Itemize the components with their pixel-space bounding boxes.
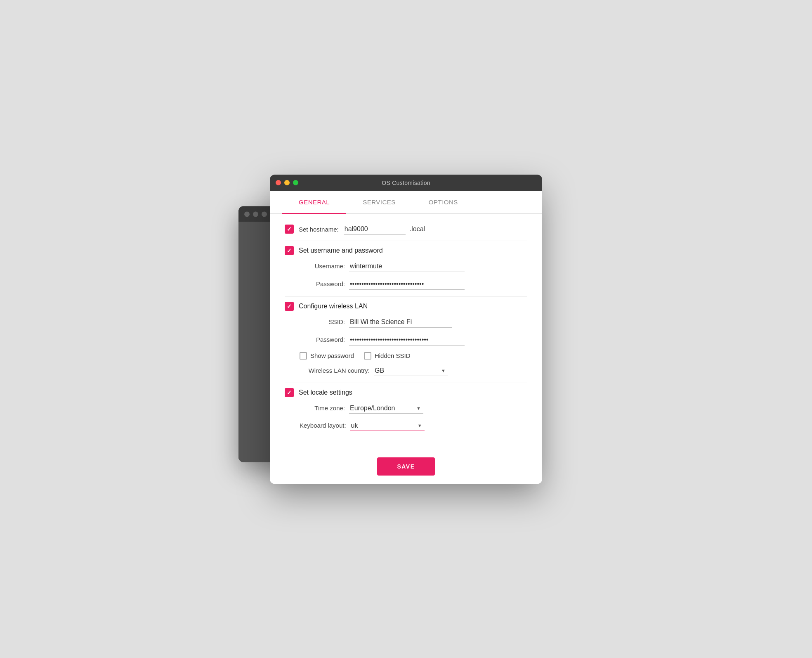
show-password-hidden-ssid-row: Show password Hidden SSID	[300, 352, 527, 360]
country-select-wrapper: GB US	[374, 365, 448, 376]
wireless-lan-checkbox-row: ✓ Configure wireless LAN	[285, 302, 527, 311]
hostname-checkbox[interactable]: ✓	[285, 225, 294, 234]
wireless-lan-fields: SSID: Password: Show password	[285, 317, 527, 376]
general-tab-content: ✓ Set hostname: .local ✓	[270, 214, 542, 450]
minimize-button[interactable]	[284, 180, 290, 185]
tabs-bar: GENERAL SERVICES OPTIONS	[270, 191, 542, 214]
username-label: Username:	[300, 263, 345, 270]
show-password-checkbox[interactable]	[300, 352, 307, 360]
keyboard-field-row: Keyboard layout: uk us	[300, 420, 527, 431]
hostname-input[interactable]	[344, 224, 406, 235]
locale-checkmark: ✓	[287, 390, 292, 395]
country-label: Wireless LAN country:	[300, 367, 370, 374]
wireless-lan-checkmark: ✓	[287, 303, 292, 309]
maximize-button[interactable]	[293, 180, 298, 185]
country-field-row: Wireless LAN country: GB US	[300, 365, 527, 376]
username-password-checkbox-row: ✓ Set username and password	[285, 246, 527, 255]
wireless-lan-section: ✓ Configure wireless LAN SSID: Password:	[285, 302, 527, 376]
user-password-field-row: Password:	[300, 279, 527, 290]
hostname-label: Set hostname:	[299, 226, 339, 233]
wireless-lan-label: Configure wireless LAN	[299, 303, 368, 310]
hostname-checkmark: ✓	[287, 226, 292, 232]
wifi-password-label: Password:	[300, 336, 345, 343]
user-password-input[interactable]	[349, 279, 465, 290]
timezone-select-wrapper: Europe/London America/New_York	[349, 403, 423, 414]
close-button[interactable]	[276, 180, 281, 185]
wireless-lan-checkbox[interactable]: ✓	[285, 302, 294, 311]
save-row: SAVE	[270, 450, 542, 484]
locale-checkbox[interactable]: ✓	[285, 388, 294, 397]
username-field-row: Username:	[300, 261, 527, 272]
bg-dot-3	[262, 211, 267, 217]
tab-options[interactable]: OPTIONS	[412, 191, 474, 214]
divider-3	[285, 383, 527, 383]
wifi-password-input[interactable]	[349, 334, 465, 346]
ssid-field-row: SSID:	[300, 317, 527, 328]
username-password-checkmark: ✓	[287, 248, 292, 253]
tab-services[interactable]: SERVICES	[346, 191, 412, 214]
divider-2	[285, 296, 527, 297]
hidden-ssid-checkbox[interactable]	[364, 352, 371, 360]
dialog-title: OS Customisation	[382, 180, 430, 186]
ssid-input[interactable]	[349, 317, 452, 328]
hostname-local-suffix: .local	[410, 225, 425, 233]
locale-checkbox-row: ✓ Set locale settings	[285, 388, 527, 397]
hidden-ssid-label: Hidden SSID	[375, 352, 411, 359]
tab-general[interactable]: GENERAL	[282, 191, 346, 214]
hostname-checkbox-row: ✓ Set hostname: .local	[285, 224, 527, 235]
locale-fields: Time zone: Europe/London America/New_Yor…	[285, 403, 527, 431]
username-password-label: Set username and password	[299, 247, 383, 254]
wifi-password-field-row: Password:	[300, 334, 527, 346]
save-button[interactable]: SAVE	[377, 457, 434, 476]
keyboard-label: Keyboard layout:	[300, 422, 346, 429]
hostname-section: ✓ Set hostname: .local	[285, 224, 527, 235]
dialog-wrapper: OS Customisation GENERAL SERVICES OPTION…	[270, 175, 542, 484]
bg-dot-1	[244, 211, 250, 217]
divider-1	[285, 241, 527, 241]
country-select[interactable]: GB US	[374, 365, 448, 376]
show-password-item[interactable]: Show password	[300, 352, 354, 360]
timezone-field-row: Time zone: Europe/London America/New_Yor…	[300, 403, 527, 414]
show-password-label: Show password	[310, 352, 354, 359]
ssid-label: SSID:	[300, 318, 345, 325]
os-customisation-dialog: OS Customisation GENERAL SERVICES OPTION…	[270, 175, 542, 484]
username-password-section: ✓ Set username and password Username: Pa…	[285, 246, 527, 290]
timezone-label: Time zone:	[300, 405, 345, 412]
username-password-fields: Username: Password:	[285, 261, 527, 290]
timezone-select[interactable]: Europe/London America/New_York	[349, 403, 423, 414]
username-password-checkbox[interactable]: ✓	[285, 246, 294, 255]
titlebar-dots	[276, 180, 298, 185]
dialog-body: GENERAL SERVICES OPTIONS ✓ Set hostname:	[270, 191, 542, 484]
hidden-ssid-item[interactable]: Hidden SSID	[364, 352, 411, 360]
hostname-input-row: .local	[344, 224, 425, 235]
username-input[interactable]	[349, 261, 465, 272]
user-password-label: Password:	[300, 280, 345, 287]
dialog-titlebar: OS Customisation	[270, 175, 542, 191]
keyboard-select[interactable]: uk us	[350, 420, 425, 431]
bg-dot-2	[253, 211, 258, 217]
keyboard-select-wrapper: uk us	[350, 420, 425, 431]
locale-label: Set locale settings	[299, 389, 352, 396]
locale-section: ✓ Set locale settings Time zone: Europe/…	[285, 388, 527, 431]
